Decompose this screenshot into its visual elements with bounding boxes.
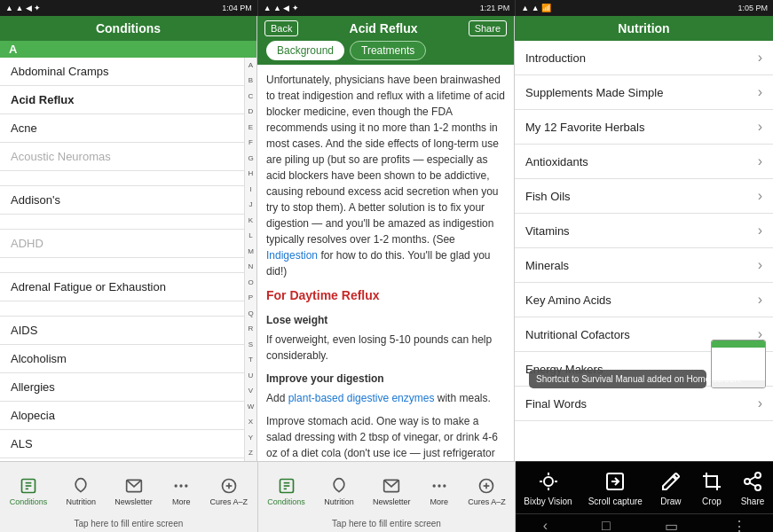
nutrition-antioxidants[interactable]: Antioxidants › (515, 145, 773, 179)
camera-home-btn[interactable]: □ (602, 518, 611, 532)
alpha-k[interactable]: K (248, 217, 253, 224)
tooltip: Shortcut to Survival Manual added on Hom… (529, 370, 706, 388)
nav-newsletter-2[interactable]: Newsletter (373, 476, 411, 506)
svg-point-25 (755, 473, 761, 478)
camera-recent-btn[interactable]: ▭ (665, 518, 678, 532)
enzymes-link[interactable]: plant-based digestive enzymes (288, 392, 435, 404)
back-button[interactable]: Back (264, 20, 298, 36)
alpha-c[interactable]: C (248, 93, 254, 100)
tap-hint-2[interactable]: Tap here to fill entire screen (258, 517, 516, 532)
alpha-i[interactable]: I (249, 186, 251, 193)
bottom-nav-1: Conditions Nutrition Newsletter More (0, 461, 258, 532)
nutrition-amino-label: Key Amino Acids (525, 293, 611, 307)
condition-aids[interactable]: AIDS (0, 317, 256, 345)
alpha-n[interactable]: N (248, 263, 254, 270)
condition-allergies[interactable]: Allergies (0, 373, 256, 402)
condition-adrenal[interactable]: Adrenal Fatigue or Exhaustion (0, 273, 256, 301)
nutrition-amino-acids[interactable]: Key Amino Acids › (515, 283, 773, 317)
camera-menu-btn[interactable]: ⋮ (732, 518, 746, 532)
nutrition-final[interactable]: Final Words › (515, 387, 773, 421)
chevron-icon: › (758, 292, 762, 308)
alpha-h[interactable]: H (248, 170, 254, 177)
conditions-panel: Conditions A Abdominal Cramps Acid Reflu… (0, 16, 257, 461)
share-camera-button[interactable]: Share (740, 469, 765, 506)
alpha-q[interactable]: Q (248, 310, 253, 317)
alpha-b[interactable]: B (248, 77, 253, 84)
svg-point-17 (438, 484, 440, 487)
indigestion-link[interactable]: Indigestion (266, 249, 318, 262)
alpha-a[interactable]: A (248, 62, 253, 69)
nutrition-supplements[interactable]: Supplements Made Simple › (515, 75, 773, 110)
chevron-icon: › (758, 119, 762, 135)
bottom-nav-2: Conditions Nutrition Newsletter More (258, 461, 517, 532)
nav-more-label-2: More (430, 497, 449, 506)
alpha-m[interactable]: M (248, 248, 254, 255)
nutrition-herbals[interactable]: My 12 Favorite Herbals › (515, 110, 773, 145)
nav-conditions-2[interactable]: Conditions (267, 476, 305, 506)
nav-nutrition-1[interactable]: Nutrition (67, 476, 97, 506)
svg-point-6 (179, 484, 182, 487)
subheading-lose-weight: Lose weight (266, 312, 505, 328)
condition-als[interactable]: ALS (0, 430, 256, 458)
alpha-p[interactable]: P (248, 294, 253, 301)
alpha-e[interactable]: E (248, 124, 253, 131)
condition-addisons[interactable]: Addison's (0, 186, 256, 215)
status-icons-1: ▲ ▲ ◀ ✦ (5, 4, 41, 12)
time-3: 1:05 PM (738, 4, 768, 12)
nav-newsletter-1[interactable]: Newsletter (114, 476, 153, 506)
alpha-j[interactable]: J (249, 201, 253, 208)
nav-more-2[interactable]: More (430, 476, 449, 506)
alpha-f[interactable]: F (248, 139, 253, 146)
alpha-v[interactable]: V (248, 387, 253, 395)
condition-acne[interactable]: Acne (0, 114, 256, 143)
status-bar-3: ▲ ▲ 📶 1:05 PM (516, 0, 773, 16)
condition-alopecia[interactable]: Alopecia (0, 402, 256, 430)
camera-bar: Bixby Vision Scroll capture Draw Crop (516, 461, 773, 532)
condition-acid-reflux[interactable]: Acid Reflux (0, 86, 256, 114)
nutrition-vitamins[interactable]: Vitamins › (515, 214, 773, 248)
alpha-scroll[interactable]: A B C D E F G H I J K L M N O P Q R S T (244, 58, 256, 461)
newsletter-icon-1 (124, 476, 144, 496)
condition-alcoholism[interactable]: Alcoholism (0, 345, 256, 373)
nutrition-introduction[interactable]: Introduction › (515, 41, 773, 75)
condition-alzheimers[interactable]: Alzheimer's Disease (0, 458, 256, 461)
tab-treatments[interactable]: Treatments (350, 41, 426, 60)
nav-conditions-1[interactable]: Conditions (10, 476, 48, 506)
alpha-s[interactable]: S (248, 341, 253, 348)
tab-background[interactable]: Background (266, 41, 344, 60)
nutrition-panel: Nutrition Introduction › Supplements Mad… (515, 16, 773, 461)
camera-back-btn[interactable]: ‹ (543, 518, 548, 532)
nav-more-1[interactable]: More (171, 476, 191, 506)
condition-adhd[interactable]: ADHD (0, 230, 256, 258)
nav-cures-1[interactable]: Cures A–Z (209, 476, 248, 506)
share-button[interactable]: Share (469, 20, 507, 36)
nutrition-antioxidants-label: Antioxidants (525, 155, 588, 168)
nutrition-fish-oils-label: Fish Oils (525, 190, 571, 203)
condition-acoustic[interactable]: Acoustic Neuromas (0, 143, 256, 171)
scroll-capture-button[interactable]: Scroll capture (588, 469, 643, 506)
alpha-l[interactable]: L (248, 232, 252, 239)
bixby-vision-button[interactable]: Bixby Vision (524, 469, 572, 506)
alpha-x[interactable]: X (248, 419, 253, 426)
body-paragraph-1: Unfortunately, physicians have been brai… (266, 72, 505, 279)
alpha-d[interactable]: D (248, 108, 254, 115)
alpha-y[interactable]: Y (248, 434, 253, 442)
alpha-r[interactable]: R (248, 325, 254, 332)
alpha-o[interactable]: O (248, 279, 253, 286)
alpha-z[interactable]: Z (248, 450, 253, 457)
draw-button[interactable]: Draw (659, 469, 683, 506)
alpha-g[interactable]: G (248, 155, 253, 162)
crop-button[interactable]: Crop (699, 469, 724, 506)
nutrition-minerals[interactable]: Minerals › (515, 248, 773, 283)
nav-conditions-label-1: Conditions (10, 497, 48, 506)
condition-abdominal-cramps[interactable]: Abdominal Cramps (0, 58, 256, 86)
nav-nutrition-2[interactable]: Nutrition (324, 476, 354, 506)
nutrition-fish-oils[interactable]: Fish Oils › (515, 179, 773, 214)
alpha-t[interactable]: T (248, 356, 253, 364)
alpha-w[interactable]: W (248, 403, 255, 411)
chevron-icon: › (758, 153, 762, 169)
alpha-u[interactable]: U (248, 372, 254, 379)
nutrition-introduction-label: Introduction (525, 51, 586, 65)
tap-hint-1[interactable]: Tap here to fill entire screen (0, 517, 257, 532)
nav-cures-2[interactable]: Cures A–Z (468, 476, 506, 506)
